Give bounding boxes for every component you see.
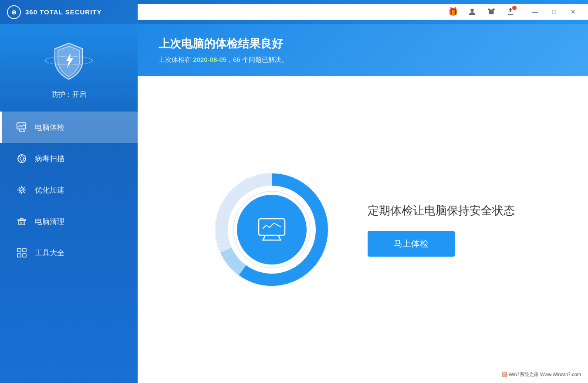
logo-area: ⊕ 360 TOTAL SECURITY [0, 0, 138, 24]
content-area: 上次电脑的体检结果良好 上次体检在 2020-08-05，66 个问题已解决。 [138, 24, 588, 383]
svg-point-6 [20, 157, 24, 160]
tagline-text: 定期体检让电脑保持安全状态 [368, 203, 515, 218]
svg-point-0 [470, 9, 473, 12]
banner-sub-text1: 上次体检在 [159, 56, 193, 63]
watermark-name: Win7系统之家 [509, 372, 539, 377]
sidebar-item-label-clean: 电脑清理 [35, 217, 64, 227]
banner-title: 上次电脑的体检结果良好 [159, 36, 567, 51]
main-area: 防护：开启 电脑体检 [0, 24, 588, 383]
watermark: 🪟 Win7系统之家 Www.Winwin7.com [498, 369, 585, 380]
banner-subtitle: 上次体检在 2020-08-05，66 个问题已解决。 [159, 56, 567, 64]
scan-now-button[interactable]: 马上体检 [368, 231, 455, 257]
minimize-button[interactable]: — [527, 4, 543, 20]
shield-icon [51, 41, 86, 80]
sidebar: 防护：开启 电脑体检 [0, 24, 138, 383]
tools-icon [16, 247, 28, 259]
gift-icon[interactable]: 🎁 [447, 6, 459, 18]
close-button[interactable]: ✕ [565, 4, 581, 20]
svg-line-32 [263, 235, 265, 240]
window-controls: — □ ✕ [527, 4, 581, 20]
sidebar-item-label-virus-scan: 病毒扫描 [35, 154, 64, 164]
shirt-icon[interactable] [485, 6, 497, 18]
sidebar-item-clean[interactable]: 电脑清理 [0, 206, 138, 237]
sidebar-item-label-pc-checkup: 电脑体检 [35, 122, 64, 132]
svg-line-12 [24, 160, 24, 161]
protection-status: 防护：开启 [51, 90, 86, 99]
sidebar-item-virus-scan[interactable]: 病毒扫描 [0, 143, 138, 174]
donut-chart [211, 169, 333, 291]
shield-icon-wrap [43, 34, 95, 87]
banner-sub-text2: ，66 个问题已解决。 [226, 56, 288, 63]
maximize-button[interactable]: □ [546, 4, 562, 20]
sidebar-item-pc-checkup[interactable]: 电脑体检 [0, 112, 138, 143]
sidebar-item-label-tools: 工具大全 [35, 248, 64, 258]
clean-icon [16, 215, 28, 227]
app-title: 360 TOTAL SECURITY [25, 8, 102, 16]
center-content: 定期体检让电脑保持安全状态 马上体检 [138, 76, 588, 383]
virus-scan-icon [16, 153, 28, 165]
notification-badge [512, 6, 517, 10]
sidebar-item-optimize[interactable]: 优化加速 [0, 174, 138, 206]
sidebar-item-label-optimize: 优化加速 [35, 185, 64, 195]
pc-checkup-icon [16, 121, 28, 133]
right-section: 定期体检让电脑保持安全状态 马上体检 [368, 203, 515, 256]
donut-center-icon [237, 195, 307, 264]
title-bar-right: 🎁 — □ ✕ [138, 4, 588, 20]
watermark-logo: 🪟 [501, 372, 509, 377]
svg-rect-25 [23, 254, 26, 257]
banner-date: 2020-08-05 [193, 56, 226, 63]
sidebar-item-tools[interactable]: 工具大全 [0, 237, 138, 268]
watermark-url: Www.Winwin7.com [540, 372, 581, 377]
svg-line-33 [278, 235, 280, 240]
top-banner: 上次电脑的体检结果良好 上次体检在 2020-08-05，66 个问题已解决。 [138, 24, 588, 76]
svg-line-11 [19, 156, 20, 157]
user-icon[interactable] [466, 6, 478, 18]
shield-area: 防护：开启 [43, 34, 95, 99]
logo-icon: ⊕ [7, 5, 21, 19]
svg-rect-22 [17, 248, 21, 252]
nav-items: 电脑体检 病毒扫描 [0, 112, 138, 268]
svg-rect-1 [17, 123, 26, 129]
svg-rect-24 [17, 254, 21, 257]
upload-icon[interactable] [504, 6, 517, 18]
optimize-icon [16, 184, 28, 196]
svg-rect-23 [23, 248, 26, 252]
title-bar: ⊕ 360 TOTAL SECURITY 🎁 — □ ✕ [0, 0, 588, 24]
